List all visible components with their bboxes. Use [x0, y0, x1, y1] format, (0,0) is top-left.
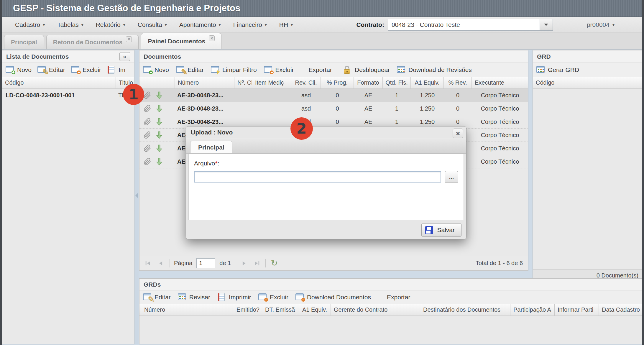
menu-tabelas[interactable]: Tabelas ▾ — [51, 17, 89, 32]
document-list-column-headers: Código Titulo — [2, 77, 134, 89]
save-button[interactable]: Salvar — [421, 223, 461, 237]
column-header-dt-emissao[interactable]: DT. Emissã — [262, 304, 299, 316]
attachment-icon[interactable] — [144, 105, 151, 112]
revise-button[interactable]: Revisar — [178, 293, 210, 301]
app-title: GESP - Sistema de Gestão de Engenharia e… — [13, 3, 240, 14]
modal-tab-principal[interactable]: Principal — [190, 141, 232, 153]
next-page-button[interactable] — [239, 259, 248, 268]
browse-button[interactable]: ... — [445, 171, 458, 183]
column-header-gerente[interactable]: Gerente do Contrato — [331, 304, 420, 316]
print-button[interactable]: Imprimir — [217, 293, 251, 301]
column-header-numero[interactable]: Número — [175, 77, 234, 88]
contract-combobox[interactable] — [388, 19, 553, 31]
contract-input[interactable] — [388, 19, 540, 30]
previous-page-button[interactable] — [157, 259, 165, 268]
export-button[interactable]: Exportar — [387, 294, 410, 301]
attachment-icon[interactable] — [144, 131, 151, 139]
column-header-executante[interactable]: Executante — [472, 77, 528, 88]
column-header-rev-cli[interactable]: Rev. Cli. — [291, 77, 321, 88]
print-button[interactable]: Im — [107, 66, 125, 74]
new-button[interactable]: Novo — [6, 66, 32, 74]
refresh-icon[interactable]: ↻ — [270, 259, 279, 268]
column-header-participacao[interactable]: Participação A — [510, 304, 555, 316]
column-header-data-cadastro[interactable]: Data Cadastro — [599, 304, 642, 316]
splitter-collapse-handle[interactable] — [135, 193, 138, 198]
menu-apontamento[interactable]: Apontamento ▾ — [173, 17, 227, 32]
menu-consulta[interactable]: Consulta ▾ — [132, 17, 173, 32]
last-page-button[interactable] — [252, 259, 261, 268]
user-menu[interactable]: pr00004 ▾ — [587, 21, 615, 28]
edit-button[interactable]: ✎ Editar — [37, 66, 65, 74]
export-button[interactable]: Exportar — [309, 66, 332, 73]
print-icon — [217, 293, 226, 301]
new-button[interactable]: Novo — [143, 66, 169, 74]
modal-title: Upload : Novo — [191, 129, 233, 136]
download-arrow-icon[interactable] — [156, 144, 162, 152]
column-header-informar-participacao[interactable]: Informar Parti — [555, 304, 599, 316]
menu-financeiro[interactable]: Financeiro ▾ — [227, 17, 273, 32]
contract-dropdown-button[interactable] — [540, 19, 553, 30]
document-row[interactable]: AE-3D-0048-23... asd 0 AE 1 1,250 0 Corp… — [139, 102, 528, 115]
cell-executante: Corpo Técnico — [472, 102, 528, 115]
cell-a1-equiv: 1,250 — [411, 89, 444, 102]
cell-formato: AE — [354, 89, 383, 102]
attachment-icon[interactable] — [144, 118, 151, 126]
column-header-rev[interactable]: % Rev. — [444, 77, 472, 88]
edit-button[interactable]: ✎ Editar — [143, 293, 171, 301]
column-header-codigo[interactable]: Código — [2, 77, 116, 88]
page-of-label: de 1 — [219, 260, 231, 267]
column-header-formato[interactable]: Formato — [354, 77, 383, 88]
download-arrow-icon[interactable] — [156, 105, 162, 112]
delete-button[interactable]: Excluir — [71, 66, 101, 74]
tab-principal[interactable]: Principal — [4, 35, 44, 49]
column-header-a1-equiv[interactable]: A1 Equiv. — [299, 304, 331, 316]
column-header-numero[interactable]: Número — [139, 304, 234, 316]
download-revisions-button[interactable]: Download de Revisões — [397, 66, 472, 74]
delete-button[interactable]: Excluir — [258, 293, 288, 301]
menu-relatorio[interactable]: Relatório ▾ — [90, 17, 132, 32]
column-header-prog[interactable]: % Prog. — [321, 77, 354, 88]
close-icon[interactable]: × — [453, 129, 463, 138]
column-header-codigo[interactable]: Código — [533, 77, 642, 88]
file-path-input[interactable] — [194, 171, 441, 183]
close-icon[interactable]: × — [209, 35, 215, 41]
edit-button[interactable]: ✎ Editar — [176, 66, 204, 74]
first-page-button[interactable] — [144, 259, 152, 268]
page-number-input[interactable] — [196, 258, 215, 268]
chevron-down-icon: ▾ — [291, 23, 293, 27]
download-arrow-icon[interactable] — [156, 131, 162, 139]
download-arrow-icon[interactable] — [156, 118, 162, 126]
column-header-qtd-fls[interactable]: Qtd. Fls. — [383, 77, 411, 88]
unlock-button[interactable]: Desbloquear — [343, 66, 390, 74]
attachment-icon[interactable] — [144, 158, 151, 165]
menu-cadastro[interactable]: Cadastro ▾ — [9, 17, 51, 32]
generate-grd-button[interactable]: Gerar GRD — [536, 66, 579, 74]
column-header-emitido[interactable]: Emitido? — [234, 304, 262, 316]
download-arrow-icon[interactable] — [156, 158, 162, 165]
toolbar-separator — [265, 259, 266, 267]
new-icon — [143, 66, 152, 74]
delete-button[interactable]: Excluir — [264, 66, 294, 74]
document-row[interactable]: AE-3D-0048-23... asd 0 AE 1 1,250 0 Corp… — [139, 89, 528, 102]
column-header-a1-equiv[interactable]: A1 Equiv. — [411, 77, 444, 88]
column-header-destinatario[interactable]: Destinatário dos Documentos — [420, 304, 510, 316]
tab-painel-documentos[interactable]: Painel Documentos × — [141, 33, 221, 49]
column-header-item-medicao[interactable]: Item Mediç — [252, 77, 291, 88]
cell-rev: 0 — [444, 102, 472, 115]
workspace-tabstrip: Principal Retono de Documentos × Painel … — [0, 32, 644, 50]
download-documents-button[interactable]: Download Documentos — [295, 293, 371, 301]
menu-rh[interactable]: RH ▾ — [273, 17, 299, 32]
collapse-panel-button[interactable]: « — [119, 52, 130, 61]
attachment-icon[interactable] — [144, 91, 151, 99]
tab-retono-de-documentos[interactable]: Retono de Documentos × — [46, 35, 139, 49]
column-header-num-cliente[interactable]: Nº. Cli — [234, 77, 252, 88]
attachment-icon[interactable] — [144, 144, 151, 152]
download-arrow-icon[interactable] — [156, 91, 162, 99]
cell-executante: Corpo Técnico — [472, 129, 528, 142]
modal-titlebar[interactable]: Upload : Novo — [186, 126, 466, 138]
clear-filter-button[interactable]: Limpar Filtro — [211, 66, 257, 74]
chevron-down-icon: ▾ — [123, 23, 125, 27]
workspace: Lista de Documentos « Novo ✎ Editar Excl… — [0, 50, 644, 345]
close-icon[interactable]: × — [126, 36, 132, 42]
document-list-row[interactable]: LD-CO-0048-23-0001-001 TR... — [2, 89, 134, 102]
